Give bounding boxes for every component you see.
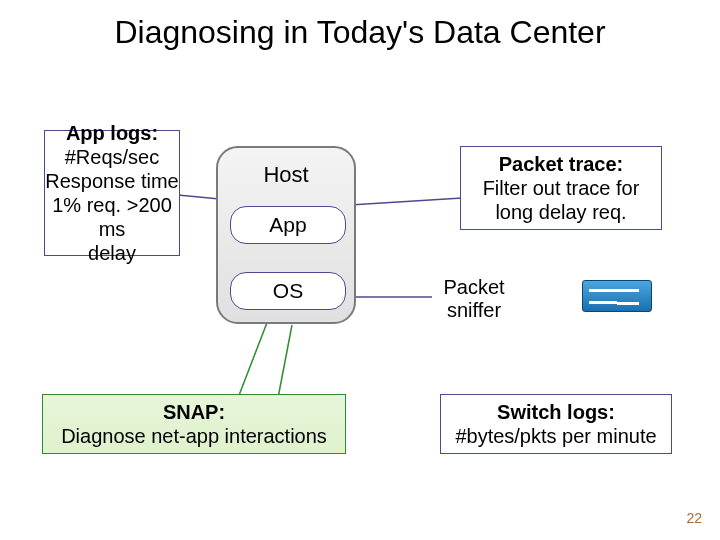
os-box: OS: [230, 272, 346, 310]
snap-box: SNAP: Diagnose net-app interactions: [42, 394, 346, 454]
app-logs-heading: App logs:: [66, 121, 158, 145]
connector-lines: [0, 0, 720, 540]
packet-trace-line2: long delay req.: [495, 200, 626, 224]
packet-trace-line1: Filter out trace for: [483, 176, 640, 200]
app-logs-box: App logs: #Reqs/sec Response time 1% req…: [44, 130, 180, 256]
switch-logs-box: Switch logs: #bytes/pkts per minute: [440, 394, 672, 454]
packet-trace-heading: Packet trace:: [499, 152, 624, 176]
snap-line1: Diagnose net-app interactions: [61, 424, 327, 448]
switch-logs-heading: Switch logs:: [497, 400, 615, 424]
app-box: App: [230, 206, 346, 244]
switch-logs-line1: #bytes/pkts per minute: [455, 424, 656, 448]
switch-icon: [582, 280, 652, 312]
host-label: Host: [218, 162, 354, 188]
app-logs-line3: 1% req. >200 ms: [45, 193, 179, 241]
app-logs-line2: Response time: [45, 169, 178, 193]
snap-heading: SNAP:: [163, 400, 225, 424]
packet-sniffer-label: Packet sniffer: [432, 276, 516, 322]
svg-line-4: [278, 325, 292, 398]
host-container: Host App OS: [216, 146, 356, 324]
sniffer-line1: Packet: [432, 276, 516, 299]
page-number: 22: [686, 510, 702, 526]
app-logs-line4: delay: [88, 241, 136, 265]
slide-title: Diagnosing in Today's Data Center: [0, 0, 720, 57]
svg-line-1: [350, 198, 462, 205]
svg-line-3: [238, 320, 268, 398]
packet-trace-box: Packet trace: Filter out trace for long …: [460, 146, 662, 230]
sniffer-line2: sniffer: [432, 299, 516, 322]
app-logs-line1: #Reqs/sec: [65, 145, 160, 169]
